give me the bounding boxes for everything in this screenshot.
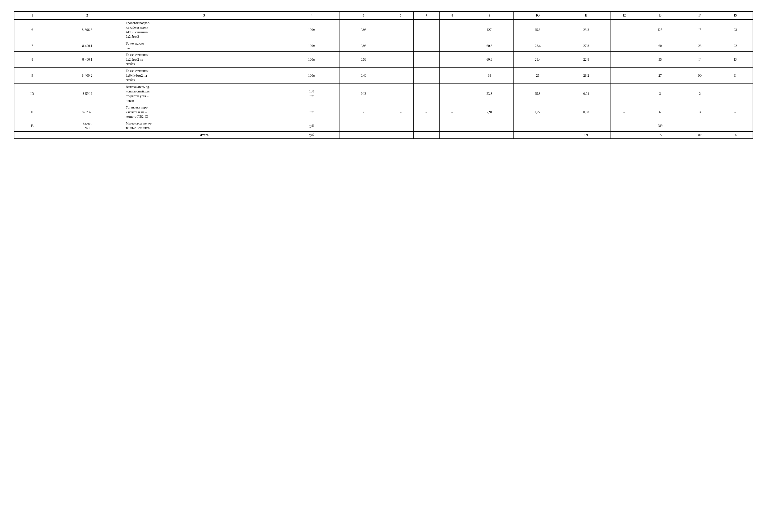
row-2-col-8: – — [439, 52, 465, 68]
row-6-col-6 — [388, 120, 413, 132]
row-0-col-10: I5,6 — [513, 20, 562, 40]
row-5-col-6: – — [388, 104, 413, 120]
row-6-col-1: I3 — [14, 120, 50, 132]
total-col-10 — [513, 132, 562, 138]
row-0-col-2: 8-396-6 — [50, 20, 124, 40]
total-row: Итогоруб.695778086 — [14, 132, 753, 138]
total-col-4: руб. — [284, 132, 339, 138]
row-5-col-10: I,27 — [513, 104, 562, 120]
row-1-col-8: – — [439, 40, 465, 51]
col-header-4: 4 — [284, 12, 339, 20]
row-6-col-9 — [465, 120, 513, 132]
total-col-13: 577 — [638, 132, 682, 138]
row-1-col-2: 8-400-I — [50, 40, 124, 51]
table-row: 78-400-IТо же, на ско-бах100м0,98–––60,8… — [14, 40, 753, 51]
row-4-col-10: I5,8 — [513, 83, 562, 104]
row-6-col-14: – — [682, 120, 718, 132]
row-2-col-4: 100м — [284, 52, 339, 68]
row-3-col-4: 100м — [284, 67, 339, 83]
row-5-col-13: 6 — [638, 104, 682, 120]
col-header-11: II — [562, 12, 611, 20]
row-6-col-5 — [339, 120, 388, 132]
col-header-9: 9 — [465, 12, 513, 20]
row-2-col-14: I4 — [682, 52, 718, 68]
row-1-col-15: 22 — [718, 40, 753, 51]
row-1-col-5: 0,98 — [339, 40, 388, 51]
row-4-col-13: 3 — [638, 83, 682, 104]
total-col-6 — [388, 132, 413, 138]
table-row: 68-396-6Тросовая подвес-ка кабеля маркиА… — [14, 20, 753, 40]
row-1-col-11: 27,8 — [562, 40, 611, 51]
row-4-col-14: 2 — [682, 83, 718, 104]
row-4-col-2: 8-59I-I — [50, 83, 124, 104]
row-1-col-10: 23,4 — [513, 40, 562, 51]
row-0-col-15: 23 — [718, 20, 753, 40]
row-4-col-9: 23,8 — [465, 83, 513, 104]
row-5-col-15: – — [718, 104, 753, 120]
row-1-col-6: – — [388, 40, 413, 51]
row-3-col-12: – — [611, 67, 638, 83]
row-6-col-2: Расчет№ I — [50, 120, 124, 132]
row-5-col-4: шт — [284, 104, 339, 120]
row-4-col-3: Выключатель од-нополюсный дляоткрытой ус… — [124, 83, 284, 104]
row-3-col-1: 9 — [14, 67, 50, 83]
row-3-col-2: 8-400-2 — [50, 67, 124, 83]
row-4-col-5: 0,I2 — [339, 83, 388, 104]
row-6-col-13: 289 — [638, 120, 682, 132]
col-header-14: I4 — [682, 12, 718, 20]
table-row: I3Расчет№ IМатериалы, не уч-тенные ценни… — [14, 120, 753, 132]
row-6-col-4: руб. — [284, 120, 339, 132]
row-2-col-11: 22,8 — [562, 52, 611, 68]
row-5-col-8: – — [439, 104, 465, 120]
col-header-8: 8 — [439, 12, 465, 20]
col-header-3: 3 — [124, 12, 284, 20]
row-5-col-11: 0,08 — [562, 104, 611, 120]
row-6-col-15: – — [718, 120, 753, 132]
row-2-col-3: То же, сечением3х2,5мм2 наскобах — [124, 52, 284, 68]
col-header-1: I — [14, 12, 50, 20]
table-row: 88-400-IТо же, сечением3х2,5мм2 наскобах… — [14, 52, 753, 68]
row-3-col-11: 28,2 — [562, 67, 611, 83]
table-row: IO8-59I-IВыключатель од-нополюсный дляот… — [14, 83, 753, 104]
row-0-col-3: Тросовая подвес-ка кабеля маркиАВВГ сече… — [124, 20, 284, 40]
row-1-col-1: 7 — [14, 40, 50, 51]
total-col-5 — [339, 132, 388, 138]
row-6-col-11: – — [562, 120, 611, 132]
row-1-col-12: – — [611, 40, 638, 51]
row-6-col-8 — [439, 120, 465, 132]
row-5-col-2: 8-523-5 — [50, 104, 124, 120]
row-2-col-2: 8-400-I — [50, 52, 124, 68]
row-1-col-13: 60 — [638, 40, 682, 51]
row-2-col-15: I3 — [718, 52, 753, 68]
row-0-col-4: 100м — [284, 20, 339, 40]
row-2-col-5: 0,58 — [339, 52, 388, 68]
row-3-col-6: – — [388, 67, 413, 83]
col-header-6: 6 — [388, 12, 413, 20]
row-5-col-14: 3 — [682, 104, 718, 120]
row-3-col-3: То же, сечением3х6+Iх4мм2 наскобах — [124, 67, 284, 83]
col-header-12: I2 — [611, 12, 638, 20]
row-3-col-10: 25 — [513, 67, 562, 83]
row-0-col-12: – — [611, 20, 638, 40]
total-col-12 — [611, 132, 638, 138]
total-col-7 — [414, 132, 439, 138]
row-2-col-7: – — [414, 52, 439, 68]
col-header-2: 2 — [50, 12, 124, 20]
row-0-col-9: I27 — [465, 20, 513, 40]
row-2-col-13: 35 — [638, 52, 682, 68]
row-5-col-7: – — [414, 104, 439, 120]
row-3-col-9: 68 — [465, 67, 513, 83]
row-3-col-15: II — [718, 67, 753, 83]
row-1-col-7: – — [414, 40, 439, 51]
table-row: II8-523-5Установка пере-ключателя па –ке… — [14, 104, 753, 120]
row-4-col-1: IO — [14, 83, 50, 104]
col-header-7: 7 — [414, 12, 439, 20]
row-5-col-9: 2,9I — [465, 104, 513, 120]
row-0-col-7: – — [414, 20, 439, 40]
row-0-col-8: – — [439, 20, 465, 40]
row-4-col-11: 0,04 — [562, 83, 611, 104]
row-6-col-3: Материалы, не уч-тенные ценником — [124, 120, 284, 132]
row-0-col-5: 0,98 — [339, 20, 388, 40]
col-header-10: IO — [513, 12, 562, 20]
col-header-13: I3 — [638, 12, 682, 20]
